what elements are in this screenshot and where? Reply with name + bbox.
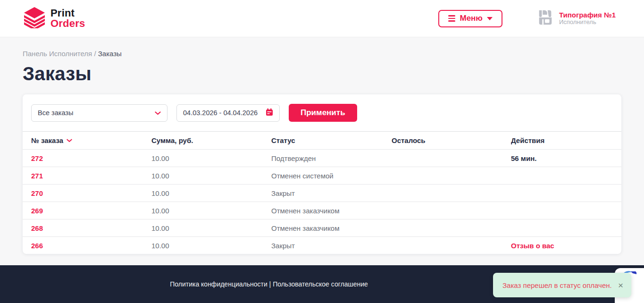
breadcrumb-parent-link[interactable]: Панель Исполнителя: [23, 50, 92, 58]
app-logo[interactable]: Print Orders: [23, 7, 85, 30]
order-number-link[interactable]: 270: [31, 189, 43, 197]
column-header-1: Сумма, руб.: [151, 136, 271, 144]
table-row: 27010.00Закрыт: [23, 184, 621, 202]
calendar-icon: [266, 108, 273, 118]
order-status: Подтвержден: [271, 154, 392, 162]
order-number-link[interactable]: 269: [31, 207, 43, 215]
table-row: 27110.00Отменен системой: [23, 167, 621, 184]
page-title: Заказы: [23, 63, 621, 84]
order-sum: 10.00: [151, 189, 271, 197]
table-body: 27210.00Подтвержден56 мин.27110.00Отмене…: [23, 149, 621, 254]
date-range-input[interactable]: 04.03.2026 - 04.04.2026: [176, 104, 280, 122]
menu-button[interactable]: Меню: [438, 10, 502, 27]
menu-button-label: Меню: [460, 14, 482, 23]
filter-bar: Все заказы 04.03.2026 - 04.04.2026 Приме…: [23, 94, 621, 131]
toast-notification: Заказ перешел в статус оплачен. ×: [493, 273, 631, 297]
order-status: Отменен заказчиком: [271, 207, 392, 215]
chevron-down-icon: [487, 17, 493, 20]
account-block[interactable]: Типография №1 Исполнитель: [536, 8, 616, 28]
breadcrumb-current: Заказы: [98, 50, 122, 58]
order-sum: 10.00: [151, 207, 271, 215]
apply-filters-button[interactable]: Применить: [289, 104, 357, 122]
table-header-row: № заказаСумма, руб.СтатусОсталосьДействи…: [23, 132, 621, 149]
column-header-2: Статус: [271, 136, 392, 144]
order-status: Отменен заказчиком: [271, 224, 392, 232]
close-icon[interactable]: ×: [616, 280, 625, 291]
table-row: 26810.00Отменен заказчиком: [23, 219, 621, 236]
breadcrumb: Панель Исполнителя / Заказы: [23, 50, 621, 58]
storefront-icon: [536, 8, 554, 28]
table-row: 26610.00ЗакрытОтзыв о вас: [23, 236, 621, 254]
order-time-left: 56 мин.: [511, 154, 536, 162]
order-sum: 10.00: [151, 172, 271, 180]
chevron-down-icon: [155, 109, 161, 117]
account-role: Исполнитель: [559, 19, 616, 26]
order-status: Закрыт: [271, 242, 392, 250]
account-name: Типография №1: [559, 11, 616, 19]
orders-card: Все заказы 04.03.2026 - 04.04.2026 Приме…: [23, 94, 621, 254]
logo-line2: Orders: [50, 18, 85, 29]
logo-stack-icon: [23, 7, 46, 30]
sort-chevron-down-icon: [67, 139, 72, 143]
table-row: 26910.00Отменен заказчиком: [23, 202, 621, 219]
order-number-link[interactable]: 268: [31, 224, 43, 232]
footer-links[interactable]: Политика конфиденциальности | Пользовате…: [23, 280, 515, 288]
order-status: Закрыт: [271, 189, 392, 197]
order-status-select-value: Все заказы: [38, 109, 73, 117]
order-sum: 10.00: [151, 242, 271, 250]
hamburger-icon: [448, 15, 455, 22]
breadcrumb-separator: /: [92, 50, 98, 58]
logo-line1: Print: [50, 8, 85, 18]
review-link[interactable]: Отзыв о вас: [511, 242, 554, 250]
order-number-link[interactable]: 266: [31, 242, 43, 250]
order-status-select[interactable]: Все заказы: [31, 104, 167, 122]
order-number-link[interactable]: 271: [31, 172, 43, 180]
column-header-3: Осталось: [392, 136, 511, 144]
orders-table: № заказаСумма, руб.СтатусОсталосьДействи…: [23, 132, 621, 254]
column-header-0[interactable]: № заказа: [31, 136, 151, 144]
date-range-value: 04.03.2026 - 04.04.2026: [183, 109, 258, 117]
order-number-link[interactable]: 272: [31, 154, 43, 162]
logo-text: Print Orders: [50, 8, 85, 29]
column-header-4: Действия: [511, 136, 621, 144]
order-sum: 10.00: [151, 154, 271, 162]
table-row: 27210.00Подтвержден56 мин.: [23, 149, 621, 167]
order-sum: 10.00: [151, 224, 271, 232]
toast-message: Заказ перешел в статус оплачен.: [502, 281, 612, 289]
app-header: Print Orders Меню Типография №1 Исполнит: [0, 0, 644, 37]
order-status: Отменен системой: [271, 172, 392, 180]
